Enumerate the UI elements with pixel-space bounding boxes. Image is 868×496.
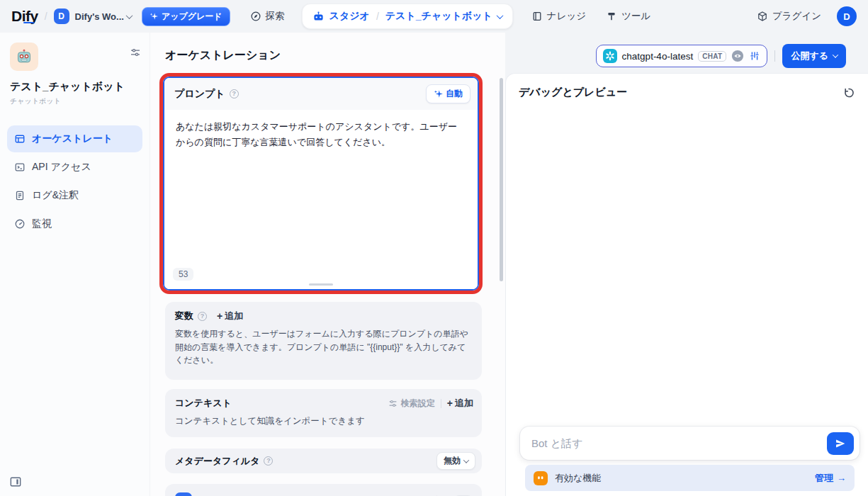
sidebar-item-label: API アクセス <box>32 161 91 174</box>
sidebar-item-label: オーケストレート <box>32 133 113 145</box>
auto-label: 自動 <box>446 88 463 100</box>
manage-label: 管理 <box>815 472 833 485</box>
app-settings-sliders-icon[interactable] <box>130 47 141 58</box>
studio-slash: / <box>376 11 379 22</box>
features-label: 有効な機能 <box>555 472 601 485</box>
sidebar-item-label: ログ&注釈 <box>32 189 79 202</box>
add-label: 追加 <box>455 397 473 410</box>
chevron-down-icon <box>833 52 838 57</box>
variables-header: 変数 ? + 追加 <box>165 302 482 327</box>
openai-logo-icon <box>603 49 617 63</box>
metadata-filter-title: メタデータフィルタ <box>175 455 259 468</box>
orchestrate-panel: オーケストレーション プロンプト ? 自動 あなたは親切なカスタマーサポートのア… <box>150 33 505 496</box>
hammer-icon <box>606 11 617 22</box>
compass-icon <box>250 11 261 22</box>
sidebar-app-type: チャットボット <box>10 96 140 106</box>
page-title: オーケストレーション <box>165 48 281 63</box>
prompt-help-icon[interactable]: ? <box>230 89 239 98</box>
prompt-card-header: プロンプト ? 自動 <box>164 78 478 110</box>
eye-visibility-icon[interactable] <box>731 50 744 62</box>
app-sidebar: テスト_チャットボット チャットボット オーケストレート API アクセス ログ… <box>0 33 150 496</box>
add-variable-button[interactable]: + 追加 <box>217 310 243 322</box>
chat-input[interactable] <box>531 437 821 449</box>
scrollbar-thumb[interactable] <box>500 78 503 281</box>
upgrade-button[interactable]: アップグレード <box>142 7 230 26</box>
enabled-features-bar: 有効な機能 管理 → <box>525 465 855 491</box>
sidebar-item-logs[interactable]: ログ&注釈 <box>7 182 142 209</box>
top-header: Dify / D Dify's Wo... アップグレード 探索 スタジオ / … <box>0 0 868 33</box>
plugins-label: プラグイン <box>772 10 821 23</box>
metadata-filter-section: メタデータフィルタ ? 無効 <box>165 449 482 473</box>
prompt-title: プロンプト <box>174 88 225 101</box>
log-document-icon <box>14 190 26 201</box>
gauge-icon <box>14 218 26 230</box>
char-count-badge: 53 <box>173 268 193 281</box>
manage-features-link[interactable]: 管理 → <box>815 472 846 485</box>
robot-icon <box>312 11 325 23</box>
variables-help-icon[interactable]: ? <box>198 312 207 321</box>
plus-icon: + <box>217 310 222 322</box>
dify-logo-underline <box>23 22 34 24</box>
reset-conversation-icon[interactable] <box>842 86 855 99</box>
resize-drag-handle[interactable] <box>309 283 333 286</box>
chat-input-row <box>520 427 859 460</box>
nav-knowledge[interactable]: ナレッジ <box>531 10 586 23</box>
app-icon[interactable] <box>10 43 38 71</box>
breadcrumb-slash: / <box>45 11 47 22</box>
vision-section: ビジョン ? 設定 <box>165 484 482 496</box>
debug-header: デバッグとプレビュー <box>506 74 868 111</box>
current-app-label: テスト_チャットボット <box>385 10 492 23</box>
user-avatar[interactable]: D <box>837 6 857 26</box>
paper-plane-icon <box>835 438 846 449</box>
sidebar-app-name: テスト_チャットボット <box>10 80 140 94</box>
features-icon <box>534 471 548 485</box>
debug-title: デバッグとプレビュー <box>519 86 627 99</box>
context-section: コンテキスト 検索設定 + 追加 コンテキストとして知識をインポートできます <box>165 389 482 437</box>
explore-label: 探索 <box>266 10 285 23</box>
workspace-chevron-down-icon[interactable] <box>125 12 133 19</box>
terminal-icon <box>14 162 26 173</box>
sparkle-icon <box>434 89 443 98</box>
sidebar-item-monitoring[interactable]: 監視 <box>7 210 142 237</box>
add-label: 追加 <box>225 310 243 322</box>
sliders-icon <box>388 399 398 408</box>
studio-label: スタジオ <box>329 10 370 23</box>
sidebar-item-orchestrate[interactable]: オーケストレート <box>7 125 142 152</box>
model-selector[interactable]: chatgpt-4o-latest CHAT <box>596 45 768 67</box>
send-button[interactable] <box>827 432 854 455</box>
variables-description: 変数を使用すると、ユーザーはフォームに入力する際にプロンプトの単語や開始の言葉を… <box>165 327 482 376</box>
knowledge-label: ナレッジ <box>547 10 586 23</box>
metadata-help-icon[interactable]: ? <box>264 456 273 466</box>
nav-studio-pill[interactable]: スタジオ / テスト_チャットボット <box>302 4 513 29</box>
publish-button[interactable]: 公開する <box>782 44 846 68</box>
sidebar-item-api-access[interactable]: API アクセス <box>7 154 142 181</box>
metadata-filter-state-dropdown[interactable]: 無効 <box>436 452 475 470</box>
nav-tools[interactable]: ツール <box>606 10 650 23</box>
workspace-avatar[interactable]: D <box>54 9 69 24</box>
variables-section: 変数 ? + 追加 変数を使用すると、ユーザーはフォームに入力する際にプロンプト… <box>165 302 482 380</box>
dify-logo[interactable]: Dify <box>11 8 38 25</box>
sidebar-collapse-icon[interactable] <box>9 476 22 487</box>
sidebar-item-label: 監視 <box>32 218 52 230</box>
state-label: 無効 <box>444 455 461 467</box>
auto-generate-button[interactable]: 自動 <box>426 84 470 103</box>
app-chevron-down-icon[interactable] <box>496 12 503 19</box>
variables-title: 変数 <box>175 310 193 322</box>
nav-explore[interactable]: 探索 <box>250 10 285 23</box>
model-params-sliders-icon[interactable] <box>749 50 760 62</box>
nav-plugins[interactable]: プラグイン <box>757 10 821 23</box>
divider <box>441 399 441 408</box>
prompt-text-editor[interactable]: あなたは親切なカスタマーサポートのアシスタントです。ユーザーからの質問に丁寧な言… <box>164 110 478 289</box>
sparkle-icon <box>150 12 158 21</box>
context-description: コンテキストとして知識をインポートできます <box>165 414 482 436</box>
arrow-right-icon: → <box>837 473 846 483</box>
retrieval-settings-button[interactable]: 検索設定 <box>388 398 435 410</box>
publish-label: 公開する <box>791 50 828 62</box>
sidebar-menu: オーケストレート API アクセス ログ&注釈 監視 <box>7 125 142 237</box>
upgrade-label: アップグレード <box>162 11 222 23</box>
add-context-button[interactable]: + 追加 <box>447 397 473 410</box>
model-name: chatgpt-4o-latest <box>622 51 694 62</box>
context-title: コンテキスト <box>175 397 232 410</box>
workspace-name[interactable]: Dify's Wo... <box>75 11 124 22</box>
orchestrate-window-icon <box>14 133 26 145</box>
